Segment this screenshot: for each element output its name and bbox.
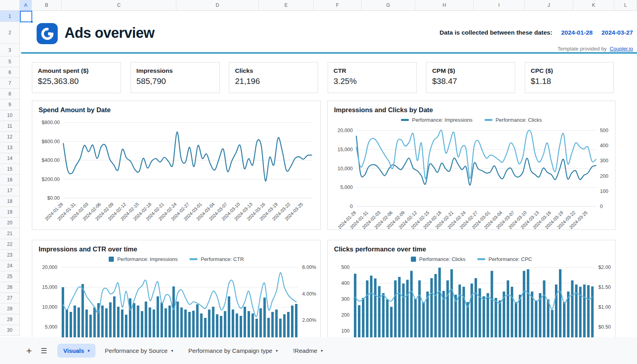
svg-text:100: 100 [341, 328, 350, 334]
row-headers: 1235678910111213141516171819202122232425… [0, 11, 20, 336]
sheet-tab-0[interactable]: Visuals▾ [57, 344, 96, 358]
fill-handle[interactable] [30, 20, 33, 23]
column-header-A[interactable]: A [20, 0, 32, 11]
row-header-24[interactable]: 24 [0, 261, 20, 271]
chart-panel-2[interactable]: Impressions and CTR over timePerformance… [32, 240, 321, 337]
all-sheets-button[interactable]: ☰ [35, 345, 47, 357]
svg-text:$800.00: $800.00 [42, 120, 60, 125]
kpi-label: CTR [334, 67, 411, 74]
legend-item: Performance: Impressions [401, 117, 473, 123]
sheet-corner[interactable] [0, 0, 20, 11]
row-header-25[interactable]: 25 [0, 271, 20, 282]
row-header-3[interactable]: 3 [0, 44, 20, 56]
row-header-9[interactable]: 9 [0, 99, 20, 110]
row-header-22[interactable]: 22 [0, 239, 20, 250]
row-header-2[interactable]: 2 [0, 22, 20, 44]
column-headers: ABCDEFGHIJKL [20, 0, 637, 11]
chart-panel-0[interactable]: Spend Amount by Date$0.00$200.00$400.00$… [32, 101, 321, 230]
row-header-27[interactable]: 27 [0, 293, 20, 304]
row-header-29[interactable]: 29 [0, 314, 20, 325]
row-header-26[interactable]: 26 [0, 282, 20, 293]
template-note-text: Template provided by [557, 46, 607, 52]
row-header-11[interactable]: 11 [0, 121, 20, 132]
sheet-tab-2[interactable]: Performance by Campaign type▾ [182, 344, 284, 358]
chevron-down-icon[interactable]: ▾ [321, 348, 323, 353]
row-header-15[interactable]: 15 [0, 164, 20, 175]
row-header-10[interactable]: 10 [0, 110, 20, 121]
column-header-H[interactable]: H [415, 0, 474, 11]
svg-text:$1.00: $1.00 [598, 304, 611, 310]
row-header-5[interactable]: 5 [0, 56, 20, 67]
column-header-C[interactable]: C [62, 0, 176, 11]
legend-item: Performance: CPC [477, 256, 532, 262]
svg-text:15,000: 15,000 [42, 284, 57, 290]
kpi-value: 3.25% [334, 76, 411, 86]
row-header-17[interactable]: 17 [0, 185, 20, 196]
legend-swatch-icon [190, 258, 197, 260]
row-header-14[interactable]: 14 [0, 153, 20, 164]
column-header-D[interactable]: D [176, 0, 259, 11]
svg-text:400: 400 [600, 143, 608, 148]
chevron-down-icon[interactable]: ▾ [88, 348, 90, 353]
sheet-tab-bar: + ☰ Visuals▾Performance by Source▾Perfor… [0, 337, 637, 364]
svg-text:500: 500 [600, 128, 608, 133]
svg-text:$1.50: $1.50 [598, 284, 611, 290]
svg-text:200: 200 [341, 312, 350, 318]
column-header-F[interactable]: F [314, 0, 361, 11]
kpi-value: $1.18 [531, 76, 608, 86]
chart-panel-1[interactable]: Impressions and Clicks by DatePerformanc… [327, 101, 616, 230]
row-header-28[interactable]: 28 [0, 304, 20, 314]
kpi-card-0: Amount spent ($)$25,363.80 [32, 62, 121, 93]
row-header-6[interactable]: 6 [0, 67, 20, 78]
svg-text:4.00%: 4.00% [302, 291, 316, 297]
coupler-link[interactable]: Coupler.io [610, 46, 633, 52]
row-header-1[interactable]: 1 [0, 11, 20, 22]
column-header-J[interactable]: J [525, 0, 573, 11]
column-header-E[interactable]: E [259, 0, 314, 11]
legend-label: Performance: Clicks [419, 256, 465, 262]
row-header-8[interactable]: 8 [0, 89, 20, 99]
kpi-cards: Amount spent ($)$25,363.80Impressions585… [32, 62, 614, 93]
chevron-down-icon[interactable]: ▾ [171, 348, 173, 353]
kpi-label: Amount spent ($) [38, 67, 115, 74]
row-header-19[interactable]: 19 [0, 207, 20, 218]
add-sheet-button[interactable]: + [23, 345, 35, 357]
chevron-down-icon[interactable]: ▾ [276, 348, 278, 353]
sheet-tab-3[interactable]: !Readme▾ [287, 344, 329, 358]
column-header-I[interactable]: I [474, 0, 525, 11]
legend-label: Performance: CTR [201, 256, 244, 262]
column-header-G[interactable]: G [361, 0, 415, 11]
chart-panel-3[interactable]: Clicks performance over timePerformance:… [327, 240, 616, 337]
legend-swatch-icon [477, 258, 485, 260]
row-header-23[interactable]: 23 [0, 250, 20, 261]
column-header-B[interactable]: B [32, 0, 62, 11]
column-header-K[interactable]: K [573, 0, 614, 11]
svg-text:10,000: 10,000 [338, 166, 353, 171]
column-header-L[interactable]: L [614, 0, 637, 11]
date-range: Data is collected between these dates: 2… [440, 29, 633, 36]
row-header-30[interactable]: 30 [0, 325, 20, 336]
selected-cell-a1 [20, 11, 32, 22]
row-header-16[interactable]: 16 [0, 175, 20, 185]
hamburger-icon: ☰ [41, 347, 47, 354]
chart-legend: Performance: ImpressionsPerformance: Cli… [328, 115, 615, 125]
row-header-18[interactable]: 18 [0, 196, 20, 207]
sheet-tab-1[interactable]: Performance by Source▾ [99, 344, 179, 358]
template-note: Template provided by Coupler.io [557, 46, 633, 52]
row-header-13[interactable]: 13 [0, 142, 20, 153]
row-header-20[interactable]: 20 [0, 218, 20, 228]
row-header-12[interactable]: 12 [0, 132, 20, 142]
row-header-7[interactable]: 7 [0, 78, 20, 89]
svg-text:$0.50: $0.50 [598, 324, 611, 330]
kpi-card-1: Impressions585,790 [131, 62, 220, 93]
svg-text:100: 100 [600, 189, 608, 194]
kpi-card-4: CPM ($)$38.47 [426, 62, 515, 93]
date-start[interactable]: 2024-01-28 [561, 29, 592, 36]
kpi-value: $38.47 [432, 76, 509, 86]
accent-divider [21, 52, 637, 54]
date-end[interactable]: 2024-03-27 [602, 29, 633, 36]
legend-label: Performance: Impressions [117, 256, 178, 262]
coupler-logo [37, 23, 58, 44]
chart-legend: Performance: ImpressionsPerformance: CTR [32, 254, 320, 264]
row-header-21[interactable]: 21 [0, 228, 20, 239]
